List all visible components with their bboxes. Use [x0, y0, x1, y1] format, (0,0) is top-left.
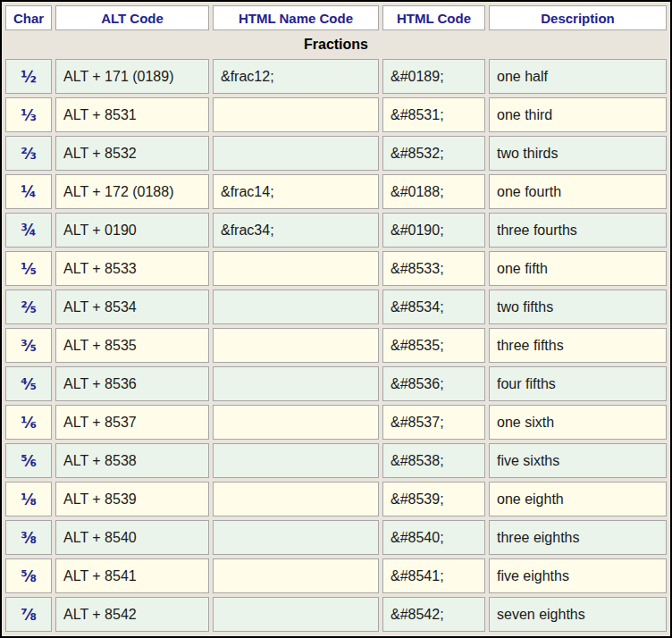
- cell-description: one sixth: [489, 405, 667, 440]
- cell-html-name-code: [213, 136, 379, 171]
- cell-html-code: &#8534;: [382, 290, 485, 324]
- cell-alt-code: ALT + 8533: [55, 251, 209, 286]
- table-row: ¼ALT + 172 (0188)&frac14;&#0188;one four…: [5, 174, 667, 209]
- table-row: ⅕ALT + 8533&#8533;one fifth: [5, 251, 667, 286]
- cell-html-name-code: &frac34;: [213, 213, 379, 248]
- table-row: ⅖ALT + 8534&#8534;two fifths: [5, 290, 667, 324]
- cell-alt-code: ALT + 8541: [55, 558, 209, 593]
- cell-html-code: &#8537;: [382, 405, 485, 440]
- cell-description: five eighths: [489, 558, 667, 593]
- cell-html-code: &#0188;: [382, 174, 485, 209]
- cell-html-code: &#8532;: [382, 136, 485, 171]
- table-row: ⅘ALT + 8536&#8536;four fifths: [5, 366, 667, 401]
- fractions-table: Char ALT Code HTML Name Code HTML Code D…: [2, 2, 670, 635]
- table-row: ⅛ALT + 8539&#8539;one eighth: [5, 482, 667, 516]
- cell-description: one fourth: [489, 174, 667, 209]
- cell-char: ⅛: [5, 482, 52, 516]
- cell-html-name-code: [213, 520, 379, 555]
- cell-html-code: &#8538;: [382, 443, 485, 478]
- cell-alt-code: ALT + 171 (0189): [55, 59, 209, 94]
- cell-alt-code: ALT + 8534: [55, 290, 209, 324]
- cell-char: ⅔: [5, 136, 52, 171]
- cell-html-name-code: [213, 405, 379, 440]
- cell-char: ⅓: [5, 97, 52, 132]
- cell-alt-code: ALT + 172 (0188): [55, 174, 209, 209]
- cell-description: one half: [489, 59, 667, 94]
- cell-html-code: &#8535;: [382, 328, 485, 363]
- cell-alt-code: ALT + 8542: [55, 597, 209, 632]
- cell-html-name-code: [213, 328, 379, 363]
- cell-description: three eighths: [489, 520, 667, 555]
- cell-html-name-code: [213, 251, 379, 286]
- cell-description: one third: [489, 97, 667, 132]
- cell-alt-code: ALT + 8537: [55, 405, 209, 440]
- page-root: Char ALT Code HTML Name Code HTML Code D…: [0, 0, 672, 638]
- col-header-description: Description: [489, 5, 667, 30]
- cell-description: seven eighths: [489, 597, 667, 632]
- cell-char: ⅘: [5, 366, 52, 401]
- cell-description: two fifths: [489, 290, 667, 324]
- cell-description: one eighth: [489, 482, 667, 516]
- cell-description: three fifths: [489, 328, 667, 363]
- cell-char: ⅝: [5, 558, 52, 593]
- cell-alt-code: ALT + 8540: [55, 520, 209, 555]
- table-row: ⅓ALT + 8531&#8531;one third: [5, 97, 667, 132]
- cell-alt-code: ALT + 8535: [55, 328, 209, 363]
- table-row: ⅜ALT + 8540&#8540;three eighths: [5, 520, 667, 555]
- table-row: ¾ALT + 0190&frac34;&#0190;three fourths: [5, 213, 667, 248]
- cell-html-name-code: [213, 482, 379, 516]
- cell-html-name-code: [213, 97, 379, 132]
- cell-alt-code: ALT + 0190: [55, 213, 209, 248]
- cell-description: one fifth: [489, 251, 667, 286]
- cell-char: ¼: [5, 174, 52, 209]
- table-row: ⅝ALT + 8541&#8541;five eighths: [5, 558, 667, 593]
- col-header-html-name-code: HTML Name Code: [213, 5, 379, 30]
- cell-html-name-code: [213, 290, 379, 324]
- table-row: ⅔ALT + 8532&#8532;two thirds: [5, 136, 667, 171]
- cell-html-name-code: &frac12;: [213, 59, 379, 94]
- cell-alt-code: ALT + 8539: [55, 482, 209, 516]
- table-row: ½ALT + 171 (0189)&frac12;&#0189;one half: [5, 59, 667, 94]
- cell-html-code: &#8539;: [382, 482, 485, 516]
- cell-alt-code: ALT + 8532: [55, 136, 209, 171]
- cell-html-name-code: [213, 597, 379, 632]
- cell-html-name-code: &frac14;: [213, 174, 379, 209]
- section-row: Fractions: [5, 34, 667, 55]
- cell-description: five sixths: [489, 443, 667, 478]
- cell-char: ⅖: [5, 290, 52, 324]
- cell-char: ½: [5, 59, 52, 94]
- table-row: ⅚ALT + 8538&#8538;five sixths: [5, 443, 667, 478]
- col-header-html-code: HTML Code: [382, 5, 485, 30]
- cell-html-code: &#8531;: [382, 97, 485, 132]
- cell-char: ⅗: [5, 328, 52, 363]
- cell-char: ¾: [5, 213, 52, 248]
- cell-alt-code: ALT + 8536: [55, 366, 209, 401]
- cell-html-code: &#8533;: [382, 251, 485, 286]
- header-row: Char ALT Code HTML Name Code HTML Code D…: [5, 5, 667, 30]
- table-row: ⅙ALT + 8537&#8537;one sixth: [5, 405, 667, 440]
- table-row: ⅞ALT + 8542&#8542;seven eighths: [5, 597, 667, 632]
- cell-html-name-code: [213, 366, 379, 401]
- table-row: ⅗ALT + 8535&#8535;three fifths: [5, 328, 667, 363]
- col-header-alt-code: ALT Code: [55, 5, 209, 30]
- cell-char: ⅙: [5, 405, 52, 440]
- cell-char: ⅚: [5, 443, 52, 478]
- cell-char: ⅞: [5, 597, 52, 632]
- cell-html-name-code: [213, 558, 379, 593]
- cell-html-name-code: [213, 443, 379, 478]
- cell-html-code: &#8541;: [382, 558, 485, 593]
- section-title: Fractions: [5, 34, 667, 55]
- cell-alt-code: ALT + 8531: [55, 97, 209, 132]
- cell-char: ⅕: [5, 251, 52, 286]
- cell-description: four fifths: [489, 366, 667, 401]
- cell-html-code: &#0190;: [382, 213, 485, 248]
- cell-alt-code: ALT + 8538: [55, 443, 209, 478]
- cell-html-code: &#8540;: [382, 520, 485, 555]
- cell-char: ⅜: [5, 520, 52, 555]
- cell-html-code: &#8542;: [382, 597, 485, 632]
- cell-description: three fourths: [489, 213, 667, 248]
- cell-description: two thirds: [489, 136, 667, 171]
- cell-html-code: &#0189;: [382, 59, 485, 94]
- cell-html-code: &#8536;: [382, 366, 485, 401]
- col-header-char: Char: [5, 5, 52, 30]
